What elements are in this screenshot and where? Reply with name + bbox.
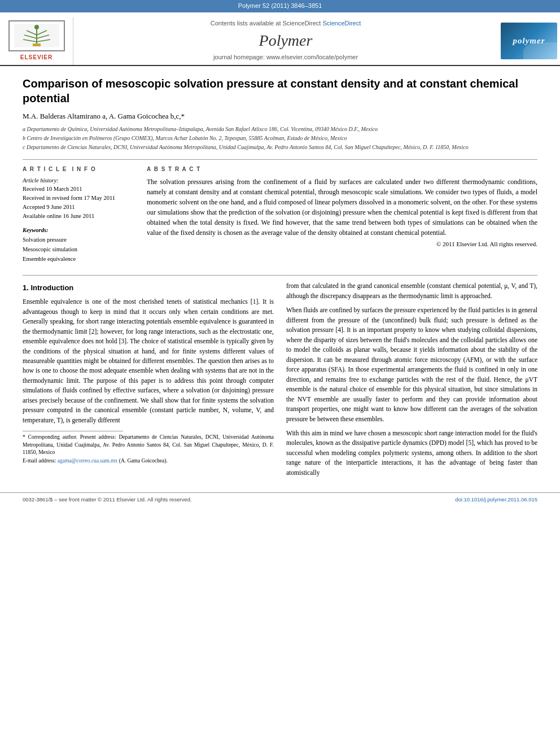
abstract-copyright: © 2011 Elsevier Ltd. All rights reserved… [147,240,537,249]
header-divider [23,159,537,160]
history-label: Article history: [23,177,135,185]
body-section: 1. Introduction Ensemble equivalence is … [23,281,537,482]
keyword-2: Mesoscopic simulation [23,245,135,255]
abstract-column: A B S T R A C T The solvation pressures … [147,165,537,267]
article-title: Comparison of mesoscopic solvation press… [23,76,537,106]
body-col-right: from that calculated in the grand canoni… [286,281,537,482]
history-text-label: Article history: [23,177,59,184]
article-info-column: A R T I C L E I N F O Article history: R… [23,165,135,267]
keywords-title: Keywords: [23,227,49,233]
affil-c: c Departamento de Ciencias Naturales, DC… [23,143,537,151]
intro-para-2: from that calculated in the grand canoni… [286,281,537,301]
elsevier-logo-box [8,20,65,51]
keyword-3: Ensemble equivalence [23,255,135,264]
body-col-left: 1. Introduction Ensemble equivalence is … [23,281,274,482]
main-content: Comparison of mesoscopic solvation press… [0,66,560,492]
received-row: Received 10 March 2011 [23,185,135,194]
article-info-label: A R T I C L E I N F O [23,165,135,174]
revised-row: Received in revised form 17 May 2011 [23,194,135,203]
online-row: Available online 16 June 2011 [23,212,135,221]
sciencedirect-link[interactable]: ScienceDirect [322,20,361,27]
affil-a: a Departamento de Química, Universidad A… [23,125,537,133]
section1-heading: 1. Introduction [23,282,274,294]
intro-para-4: With this aim in mind we have chosen a m… [286,429,537,478]
footnote-divider [23,431,123,431]
polymer-logo-area: polymer [498,17,560,65]
affil-b: b Centro de Investigación en Polímeros (… [23,134,537,142]
abstract-text: The solvation pressures arising from the… [147,177,537,238]
article-history-section: A R T I C L E I N F O Article history: R… [23,165,135,220]
body-divider [23,275,537,276]
accepted-row: Accepted 9 June 2011 [23,203,135,212]
footnote-corresponding: * Corresponding author. Present address:… [23,434,274,456]
sciencedirect-line: Contents lists available at ScienceDirec… [79,19,492,28]
polymer-logo-image: polymer [501,23,557,59]
elsevier-text: ELSEVIER [20,54,53,62]
article-number-bar: Polymer 52 (2011) 3846–3851 [0,0,560,12]
svg-rect-9 [33,43,41,46]
journal-center: Contents lists available at ScienceDirec… [73,17,498,65]
polymer-logo-text: polymer [513,35,545,47]
keyword-1: Solvation pressure [23,235,135,245]
abstract-label: A B S T R A C T [147,165,537,174]
journal-header: ELSEVIER Contents lists available at Sci… [0,12,560,67]
footnote-email-note: (A. Gama Goicochea). [119,458,168,464]
doi-link[interactable]: doi:10.1016/j.polymer.2011.06.015 [455,496,537,504]
elsevier-logo-area: ELSEVIER [0,17,73,65]
footnote-email-label: E-mail address: [23,458,56,464]
bottom-bar: 0032-3861/$ – see front matter © 2011 El… [0,492,560,506]
keywords-label-text: Keywords: [23,226,135,235]
keywords-section: Keywords: Solvation pressure Mesoscopic … [23,226,135,264]
author-list: M.A. Balderas Altamirano a, A. Gama Goic… [23,112,185,120]
copyright-notice: 0032-3861/$ – see front matter © 2011 El… [23,496,192,504]
footnote-email-link[interactable]: agama@correo.cua.uam.mx [58,458,118,464]
svg-point-8 [34,25,39,29]
affiliations: a Departamento de Química, Universidad A… [23,125,537,151]
journal-name: Polymer [79,29,492,53]
info-abstract-section: A R T I C L E I N F O Article history: R… [23,165,537,267]
article-reference: Polymer 52 (2011) 3846–3851 [238,2,322,9]
intro-para-1: Ensemble equivalence is one of the most … [23,297,274,425]
intro-para-3: When fluids are confined by surfaces the… [286,305,537,424]
sciencedirect-text: Contents lists available at ScienceDirec… [211,20,321,27]
journal-homepage: journal homepage: www.elsevier.com/locat… [79,53,492,62]
authors: M.A. Balderas Altamirano a, A. Gama Goic… [23,111,537,122]
footnote-email-line: E-mail address: agama@correo.cua.uam.mx … [23,457,274,465]
